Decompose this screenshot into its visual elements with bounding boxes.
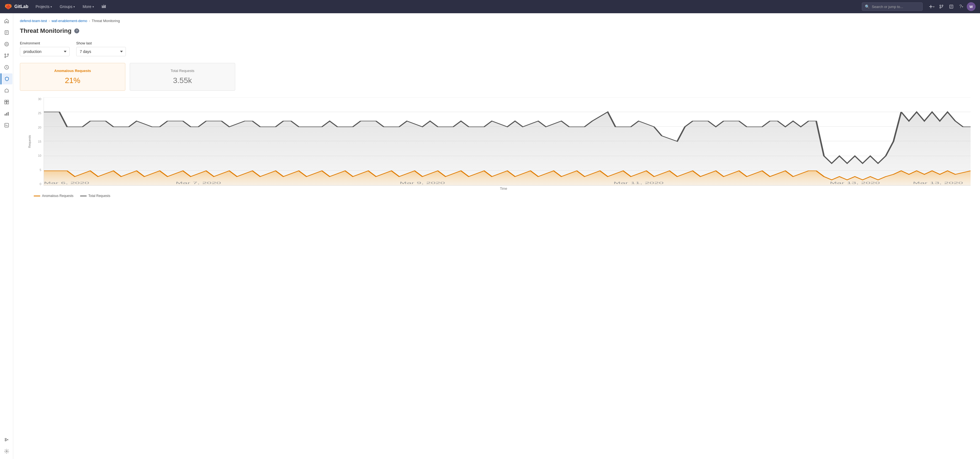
new-item-button[interactable]: ▾ bbox=[927, 2, 936, 11]
show-last-select[interactable]: 7 days 14 days 30 days 90 days bbox=[76, 47, 126, 56]
sidebar bbox=[0, 13, 13, 459]
projects-chevron-icon: ▾ bbox=[51, 5, 52, 8]
breadcrumb-org[interactable]: defend-team-test bbox=[20, 19, 47, 23]
sidebar-item-scissors[interactable] bbox=[1, 434, 12, 445]
svg-point-13 bbox=[6, 43, 8, 45]
y-axis-ticks: 30 25 20 15 10 5 0 bbox=[34, 97, 44, 186]
svg-rect-1 bbox=[103, 6, 103, 8]
chart-container: Requests 30 25 20 15 10 5 0 bbox=[20, 97, 974, 198]
svg-rect-21 bbox=[5, 114, 6, 116]
help-icon[interactable]: ? bbox=[74, 29, 79, 33]
breadcrumb-sep-1: › bbox=[49, 19, 50, 23]
sidebar-item-operations[interactable] bbox=[1, 85, 12, 96]
svg-point-27 bbox=[6, 451, 7, 452]
svg-rect-20 bbox=[7, 100, 8, 102]
groups-chevron-icon: ▾ bbox=[73, 5, 75, 8]
merge-requests-button[interactable] bbox=[937, 2, 946, 11]
chart-wrap: Requests 30 25 20 15 10 5 0 bbox=[34, 97, 970, 186]
anomalous-label: Anomalous Requests bbox=[27, 69, 118, 73]
svg-rect-0 bbox=[102, 5, 102, 8]
top-navigation: GitLab Projects ▾ Groups ▾ More ▾ 🔍 Sear… bbox=[0, 0, 980, 13]
main-content: defend-team-test › waf-enablement-demo ›… bbox=[13, 13, 980, 459]
svg-point-15 bbox=[8, 54, 8, 55]
search-icon: 🔍 bbox=[865, 5, 870, 9]
page-header: Threat Monitoring ? bbox=[20, 27, 974, 35]
sidebar-item-settings[interactable] bbox=[1, 446, 12, 457]
user-avatar[interactable]: W bbox=[967, 2, 975, 11]
svg-rect-19 bbox=[5, 100, 6, 102]
search-placeholder: Search or jump to... bbox=[872, 5, 903, 9]
global-search[interactable]: 🔍 Search or jump to... bbox=[862, 3, 923, 11]
sidebar-item-issues[interactable] bbox=[1, 39, 12, 50]
total-requests-card: Total Requests 3.55k bbox=[130, 63, 235, 91]
svg-point-25 bbox=[5, 438, 6, 439]
sidebar-item-repository[interactable] bbox=[1, 27, 12, 38]
svg-rect-22 bbox=[6, 113, 7, 116]
y-axis-label: Requests bbox=[28, 135, 31, 148]
legend-anomalous: Anomalous Requests bbox=[34, 194, 73, 198]
nav-more[interactable]: More ▾ bbox=[80, 3, 97, 10]
svg-rect-3 bbox=[104, 6, 105, 8]
total-value: 3.55k bbox=[137, 76, 228, 85]
issues-button[interactable] bbox=[947, 2, 956, 11]
svg-rect-2 bbox=[103, 5, 104, 8]
svg-rect-4 bbox=[105, 5, 106, 8]
breadcrumb-current: Threat Monitoring bbox=[92, 19, 120, 23]
sidebar-item-ci-cd[interactable] bbox=[1, 62, 12, 73]
legend-total: Total Requests bbox=[80, 194, 110, 198]
nav-projects[interactable]: Projects ▾ bbox=[33, 3, 55, 10]
legend-anomalous-line bbox=[34, 195, 40, 196]
chart-svg: Mar 6, 2020 Mar 7, 2020 Mar 9, 2020 Mar … bbox=[44, 97, 970, 186]
svg-point-8 bbox=[942, 5, 943, 6]
svg-rect-23 bbox=[8, 112, 8, 116]
activity-icon bbox=[102, 4, 107, 9]
page-title: Threat Monitoring bbox=[20, 27, 72, 35]
svg-point-9 bbox=[940, 7, 941, 8]
show-last-label: Show last bbox=[76, 41, 126, 45]
sidebar-item-security[interactable] bbox=[0, 73, 13, 84]
nav-action-icons: ▾ ? ▾ W bbox=[927, 2, 975, 11]
legend-anomalous-label: Anomalous Requests bbox=[42, 194, 73, 198]
svg-point-7 bbox=[940, 5, 941, 6]
svg-rect-18 bbox=[7, 102, 8, 104]
breadcrumb-sep-2: › bbox=[89, 19, 90, 23]
x-axis-label: Time bbox=[34, 187, 974, 191]
sidebar-item-analytics[interactable] bbox=[1, 108, 12, 119]
chart-legend: Anomalous Requests Total Requests bbox=[34, 194, 974, 198]
svg-text:Mar 9, 2020: Mar 9, 2020 bbox=[400, 181, 445, 184]
breadcrumb: defend-team-test › waf-enablement-demo ›… bbox=[20, 19, 974, 23]
svg-point-14 bbox=[5, 54, 6, 55]
legend-total-label: Total Requests bbox=[88, 194, 110, 198]
legend-total-line bbox=[80, 195, 87, 196]
help-button[interactable]: ? ▾ bbox=[957, 2, 966, 11]
breadcrumb-project[interactable]: waf-enablement-demo bbox=[52, 19, 87, 23]
svg-text:Mar 11, 2020: Mar 11, 2020 bbox=[613, 181, 663, 184]
anomalous-value: 21% bbox=[27, 76, 118, 85]
anomalous-requests-card: Anomalous Requests 21% bbox=[20, 63, 125, 91]
more-chevron-icon: ▾ bbox=[92, 5, 94, 8]
sidebar-item-packages[interactable] bbox=[1, 97, 12, 108]
nav-activity[interactable] bbox=[99, 3, 109, 10]
svg-rect-17 bbox=[5, 102, 6, 104]
gitlab-logo[interactable]: GitLab bbox=[5, 3, 29, 11]
svg-text:Mar 13, 2020: Mar 13, 2020 bbox=[913, 181, 963, 184]
nav-groups[interactable]: Groups ▾ bbox=[57, 3, 78, 10]
svg-point-12 bbox=[5, 42, 8, 46]
environment-label: Environment bbox=[20, 41, 70, 45]
sidebar-item-home[interactable] bbox=[1, 16, 12, 27]
svg-rect-6 bbox=[929, 6, 932, 7]
environment-select[interactable]: production staging development bbox=[20, 47, 70, 56]
logo-text: GitLab bbox=[14, 4, 29, 9]
sidebar-item-merge-requests[interactable] bbox=[1, 50, 12, 61]
svg-text:Mar 7, 2020: Mar 7, 2020 bbox=[176, 181, 221, 184]
svg-point-26 bbox=[5, 440, 6, 441]
svg-text:Mar 6, 2020: Mar 6, 2020 bbox=[44, 181, 89, 184]
sidebar-item-snippets[interactable] bbox=[1, 120, 12, 131]
stat-cards: Anomalous Requests 21% Total Requests 3.… bbox=[20, 63, 235, 91]
environment-control: Environment production staging developme… bbox=[20, 41, 70, 56]
svg-text:Mar 13, 2020: Mar 13, 2020 bbox=[830, 181, 880, 184]
show-last-control: Show last 7 days 14 days 30 days 90 days bbox=[76, 41, 126, 56]
total-label: Total Requests bbox=[137, 69, 228, 73]
svg-point-16 bbox=[5, 57, 6, 58]
filter-controls: Environment production staging developme… bbox=[20, 41, 974, 56]
